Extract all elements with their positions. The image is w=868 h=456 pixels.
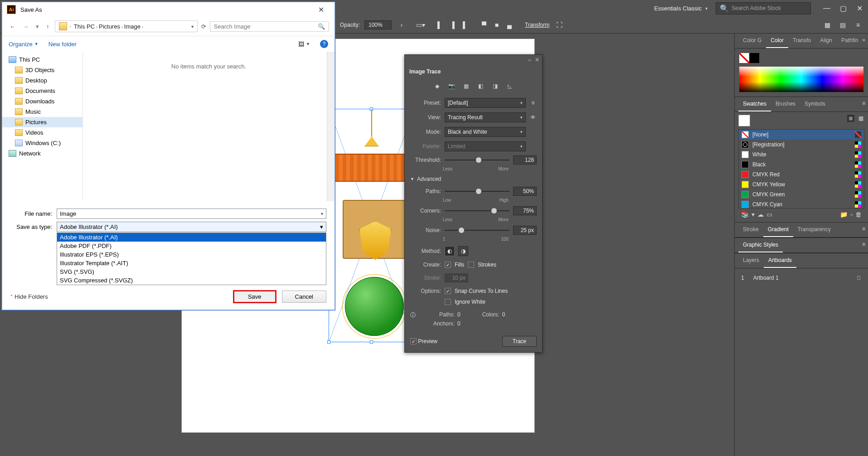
- tab-transfo[interactable]: Transfo: [788, 34, 815, 48]
- search-box[interactable]: 🔍: [210, 21, 330, 32]
- tree-item-downloads[interactable]: Downloads: [2, 96, 82, 107]
- swatch-row[interactable]: CMYK Cyan: [739, 199, 864, 209]
- tree-item-pictures[interactable]: Pictures: [2, 117, 82, 127]
- swatch-row[interactable]: CMYK Red: [739, 170, 864, 179]
- tree-item-music[interactable]: Music: [2, 107, 82, 117]
- tab-color-g[interactable]: Color G: [738, 34, 766, 48]
- tab-align[interactable]: Align: [815, 34, 837, 48]
- swatch-kind-icon[interactable]: ▾: [752, 211, 755, 218]
- tab-color[interactable]: Color: [766, 34, 788, 48]
- folder-tree[interactable]: This PC3D ObjectsDesktopDocumentsDownloa…: [2, 52, 83, 201]
- preview-checkbox[interactable]: [410, 338, 417, 344]
- panel-options-icon[interactable]: ≡: [862, 241, 865, 247]
- view-button[interactable]: 🖼 ▼: [298, 41, 310, 48]
- window-close-button[interactable]: ✕: [855, 4, 863, 13]
- tree-item-this-pc[interactable]: This PC: [2, 54, 82, 65]
- type-option[interactable]: Adobe Illustrator (*.AI): [57, 233, 326, 242]
- back-button[interactable]: ←: [8, 22, 17, 31]
- file-name-field[interactable]: Image▾: [57, 209, 326, 219]
- color-group-icon[interactable]: ▭: [766, 211, 772, 218]
- align-top-icon[interactable]: ▀: [479, 19, 490, 30]
- chevron-right-icon[interactable]: ›: [396, 19, 407, 30]
- type-option[interactable]: Adobe PDF (*.PDF): [57, 242, 326, 250]
- opacity-field[interactable]: 100%: [364, 20, 392, 29]
- trace-button[interactable]: Trace: [502, 336, 537, 347]
- swatch-options-icon[interactable]: ☁: [757, 211, 764, 218]
- align-bottom-icon[interactable]: ▄: [504, 19, 515, 30]
- tab-swatches[interactable]: Swatches: [738, 97, 771, 112]
- preset-lowcolor-icon[interactable]: ▦: [462, 82, 471, 90]
- paths-slider[interactable]: [445, 188, 509, 195]
- stroke-swatch[interactable]: [749, 53, 759, 63]
- help-button[interactable]: ?: [320, 40, 328, 48]
- tree-item-documents[interactable]: Documents: [2, 86, 82, 96]
- type-option[interactable]: Illustrator Template (*.AIT): [57, 259, 326, 267]
- tree-item-network[interactable]: Network: [2, 148, 82, 159]
- tab-artboards[interactable]: Artboards: [764, 253, 796, 268]
- tab-gradient[interactable]: Gradient: [763, 223, 793, 237]
- swatch-row[interactable]: Black: [739, 160, 864, 170]
- panel-menu-icon[interactable]: ≡: [853, 19, 863, 30]
- tree-item-desktop[interactable]: Desktop: [2, 75, 82, 86]
- hide-folders-button[interactable]: ˄Hide Folders: [10, 293, 48, 300]
- selection-bounds[interactable]: [329, 109, 415, 342]
- ignore-white-checkbox[interactable]: [445, 299, 451, 305]
- image-trace-tab[interactable]: Image Trace: [405, 65, 542, 78]
- tab-stroke[interactable]: Stroke: [738, 223, 763, 237]
- advanced-toggle[interactable]: ▼Advanced: [405, 173, 542, 185]
- preset-outline-icon[interactable]: ◺: [505, 82, 514, 90]
- swatch-row[interactable]: [None]: [739, 130, 864, 140]
- stock-search-input[interactable]: [732, 5, 807, 11]
- new-folder-button[interactable]: New folder: [48, 41, 77, 48]
- method-abutting-button[interactable]: ◐: [445, 246, 455, 256]
- workspace-switcher[interactable]: Essentials Classic ▾: [650, 3, 711, 14]
- panel-dock-icon[interactable]: ▦: [822, 19, 833, 30]
- tree-item-videos[interactable]: Videos: [2, 127, 82, 138]
- swatch-libraries-icon[interactable]: 📚: [741, 211, 749, 218]
- breadcrumb-segment[interactable]: Pictures: [99, 23, 120, 30]
- swatch-row[interactable]: CMYK Yellow: [739, 179, 864, 189]
- tree-item-windows-c-[interactable]: Windows (C:): [2, 138, 82, 148]
- breadcrumb-segment[interactable]: This PC: [74, 23, 95, 30]
- preset-gray-icon[interactable]: ◧: [476, 82, 485, 90]
- doc-setup-icon[interactable]: ▭▾: [415, 19, 426, 30]
- search-input[interactable]: [214, 23, 318, 30]
- breadcrumb[interactable]: › This PC › Pictures › Image › ▾: [55, 20, 198, 32]
- preset-menu-icon[interactable]: ≡: [529, 100, 537, 106]
- window-restore-button[interactable]: ▢: [839, 4, 847, 13]
- organize-button[interactable]: Organize▼: [9, 41, 39, 48]
- fills-checkbox[interactable]: [445, 262, 451, 268]
- save-button[interactable]: Save: [233, 290, 276, 303]
- collapse-icon[interactable]: ‹‹: [528, 58, 531, 63]
- refresh-button[interactable]: ⟳: [201, 23, 206, 30]
- panel-arrange-icon[interactable]: ▤: [837, 19, 848, 30]
- fill-swatch[interactable]: [739, 53, 749, 63]
- save-type-dropdown[interactable]: Adobe Illustrator (*.AI)▾: [57, 222, 326, 232]
- threshold-slider[interactable]: [445, 156, 509, 164]
- cancel-button[interactable]: Cancel: [282, 291, 326, 303]
- breadcrumb-segment[interactable]: Image: [124, 23, 141, 30]
- corners-slider[interactable]: [445, 207, 509, 214]
- preset-photo-icon[interactable]: 📷: [447, 82, 456, 90]
- list-view-icon[interactable]: ≣: [847, 115, 854, 122]
- threshold-value[interactable]: 128: [513, 155, 537, 165]
- view-dropdown[interactable]: Tracing Result▾: [445, 112, 526, 122]
- type-option[interactable]: SVG (*.SVG): [57, 267, 326, 276]
- window-minimize-button[interactable]: —: [823, 4, 831, 13]
- align-hcenter-icon[interactable]: ▐: [447, 19, 458, 30]
- delete-swatch-icon[interactable]: 🗑: [855, 211, 862, 218]
- artboard-row[interactable]: 1 Artboard 1 🗋: [739, 272, 863, 284]
- tab-symbols[interactable]: Symbols: [800, 97, 830, 112]
- swatch-row[interactable]: White: [739, 150, 864, 160]
- tab-pathfin[interactable]: Pathfin: [837, 34, 863, 48]
- panel-options-icon[interactable]: ≡: [862, 226, 865, 232]
- isolate-icon[interactable]: ⛶: [554, 19, 565, 30]
- align-right-icon[interactable]: ▌: [460, 19, 470, 30]
- thumb-view-icon[interactable]: ▦: [857, 115, 864, 122]
- mode-dropdown[interactable]: Black and White▾: [445, 127, 526, 137]
- eye-icon[interactable]: 👁: [529, 114, 537, 121]
- artboard-options-icon[interactable]: 🗋: [856, 275, 862, 281]
- files-pane[interactable]: No items match your search.: [83, 52, 335, 201]
- tab-layers[interactable]: Layers: [738, 253, 764, 268]
- panel-options-icon[interactable]: ≡: [862, 100, 865, 107]
